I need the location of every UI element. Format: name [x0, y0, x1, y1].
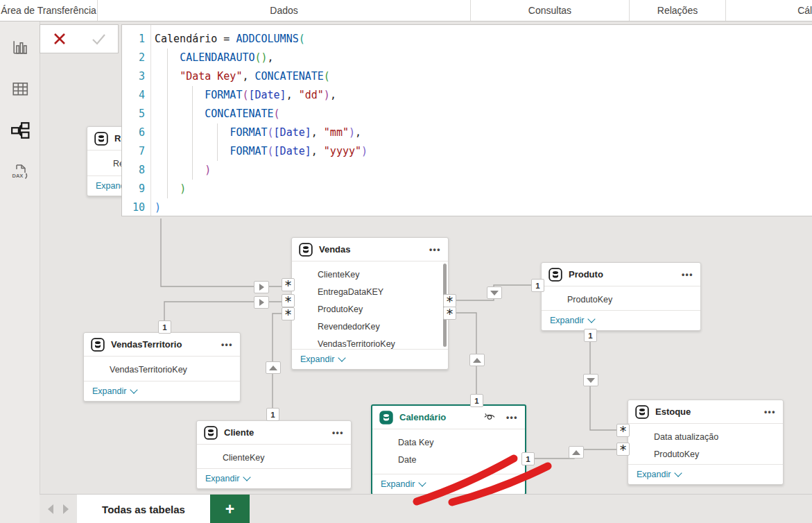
tab-todas-as-tabelas[interactable]: Todas as tabelas: [77, 495, 210, 523]
field-item[interactable]: ClienteKey: [292, 266, 448, 284]
sidebar-item-report-view[interactable]: [6, 35, 34, 62]
cardinality-many-badge: *: [282, 278, 295, 291]
table-card-header[interactable]: Calendário•••: [372, 406, 525, 429]
power-bi-model-view: { "ribbon": { "groups": [ {"label": "Áre…: [0, 0, 812, 523]
line-number: 9: [122, 180, 145, 198]
line-number: 2: [122, 49, 145, 67]
table-name: Produto: [569, 269, 675, 280]
dax-code-area[interactable]: Calendário = ADDCOLUMNS( CALENDARAUTO(),…: [155, 30, 812, 216]
code-line: "Data Key", CONCATENATE(: [155, 67, 812, 86]
table-card-produto[interactable]: Produto•••ProdutoKeyExpandir: [541, 262, 701, 331]
table-card-header[interactable]: Produto•••: [542, 263, 700, 286]
more-options-icon[interactable]: •••: [764, 407, 776, 417]
code-line: FORMAT([Date], "mm"),: [155, 123, 812, 142]
model-view-icon: [10, 121, 30, 143]
expand-link[interactable]: Expandir: [292, 349, 448, 369]
table-name: Estoque: [655, 406, 758, 417]
field-list: VendasTerritorioKey: [84, 357, 240, 381]
expand-link[interactable]: Expandir: [542, 310, 700, 330]
field-list: Data atualizaçãoProdutoKey: [628, 424, 783, 464]
indent-guide: [217, 123, 218, 161]
table-icon: [204, 426, 218, 440]
ribbon-group-3: Relações: [630, 0, 726, 21]
tab-scroll-left-icon[interactable]: [48, 504, 53, 514]
sidebar-item-data-table-view[interactable]: [6, 76, 34, 104]
expand-label: Expandir: [550, 316, 584, 325]
svg-text:DAX: DAX: [12, 173, 23, 179]
cardinality-one-badge: 1: [266, 408, 279, 421]
tab-scroll-right-icon[interactable]: [63, 504, 69, 514]
field-item[interactable]: VendasTerritorioKey: [84, 361, 240, 379]
add-layout-button[interactable]: +: [210, 495, 250, 523]
field-list: ClienteKeyEntregaDataKEYProdutoKeyRevend…: [292, 262, 448, 349]
field-item[interactable]: Date: [372, 452, 525, 469]
table-card-cliente[interactable]: Cliente•••ClienteKeyExpandir: [196, 420, 352, 489]
discard-formula-button[interactable]: [40, 25, 79, 53]
dax-formula-editor[interactable]: 12345678910 Calendário = ADDCOLUMNS( CAL…: [121, 24, 812, 216]
table-icon: [91, 338, 105, 352]
table-card-calendario[interactable]: Calendário•••Data KeyDateExpandir: [371, 404, 526, 495]
field-item[interactable]: ClienteKey: [197, 449, 351, 467]
field-item[interactable]: ProdutoKey: [542, 291, 700, 309]
table-icon: [635, 405, 649, 419]
table-name: Vendas: [319, 244, 423, 255]
cardinality-many-badge: *: [616, 443, 630, 456]
table-card-header[interactable]: Estoque•••: [628, 400, 783, 424]
sidebar-item-model-view[interactable]: [6, 118, 34, 146]
field-item[interactable]: Data Key: [372, 434, 525, 452]
cardinality-one-badge: 1: [158, 320, 171, 334]
expand-label: Expandir: [205, 474, 239, 483]
field-item[interactable]: RevendedorKey: [292, 318, 448, 336]
more-options-icon[interactable]: •••: [682, 270, 693, 280]
table-card-estoque[interactable]: Estoque•••Data atualizaçãoProdutoKeyExpa…: [628, 400, 784, 485]
table-icon: [548, 268, 562, 282]
hidden-eye-icon[interactable]: [483, 411, 496, 421]
ribbon-group-strip: Área de TransferênciaDadosConsultasRelaç…: [0, 0, 812, 22]
table-card-header[interactable]: VendasTerritorio•••: [84, 333, 240, 357]
expand-link[interactable]: Expandir: [84, 381, 240, 401]
field-item[interactable]: Data atualização: [628, 429, 783, 446]
cardinality-many-badge: *: [443, 307, 456, 320]
expand-link[interactable]: Expandir: [628, 464, 783, 484]
layout-tab-bar: Todas as tabelas +: [40, 494, 812, 523]
code-line: CALENDARAUTO(),: [155, 49, 812, 67]
filter-direction-arrow-icon: [266, 361, 281, 374]
commit-formula-button[interactable]: [79, 25, 118, 53]
expand-link[interactable]: Expandir: [372, 474, 525, 494]
field-item[interactable]: ProdutoKey: [292, 301, 448, 318]
field-item[interactable]: ProdutoKey: [628, 446, 783, 463]
code-line: ): [155, 198, 812, 217]
code-line: Calendário = ADDCOLUMNS(: [155, 30, 812, 49]
line-number: 10: [122, 198, 145, 217]
ribbon-group-2: Consultas: [471, 0, 630, 21]
field-item[interactable]: EntregaDataKEY: [292, 284, 448, 301]
cardinality-one-badge: 1: [521, 452, 535, 465]
field-list: Data KeyDate: [372, 429, 525, 474]
dax-query-view-icon: DAX: [10, 162, 30, 185]
cardinality-one-badge: 1: [531, 279, 544, 292]
expand-link[interactable]: Expandir: [197, 468, 351, 488]
cancel-x-icon: [52, 31, 67, 46]
formula-bar-buttons: [40, 24, 119, 53]
more-options-icon[interactable]: •••: [332, 428, 344, 438]
code-line: FORMAT([Date], "yyyy"): [155, 142, 812, 161]
report-view-icon: [11, 38, 29, 59]
table-card-vendas[interactable]: Vendas•••ClienteKeyEntregaDataKEYProduto…: [291, 237, 449, 370]
sidebar-item-dax-query-view[interactable]: DAX: [6, 160, 34, 187]
table-card-header[interactable]: Vendas•••: [292, 238, 448, 262]
line-number: 1: [122, 30, 145, 49]
code-line: ): [155, 161, 812, 180]
filter-direction-arrow-icon: [487, 286, 502, 299]
table-icon: [94, 132, 108, 146]
more-options-icon[interactable]: •••: [506, 413, 518, 422]
field-item[interactable]: VendasTerritorioKey: [292, 336, 448, 349]
more-options-icon[interactable]: •••: [429, 245, 441, 255]
table-card-header[interactable]: Cliente•••: [197, 421, 351, 445]
line-number: 5: [122, 105, 145, 123]
line-number: 3: [122, 67, 145, 86]
filter-direction-arrow-icon: [254, 296, 269, 309]
cardinality-one-badge: 1: [470, 394, 483, 407]
expand-label: Expandir: [300, 354, 334, 364]
table-card-vendasterritorio[interactable]: VendasTerritorio•••VendasTerritorioKeyEx…: [83, 332, 241, 402]
more-options-icon[interactable]: •••: [221, 340, 233, 350]
